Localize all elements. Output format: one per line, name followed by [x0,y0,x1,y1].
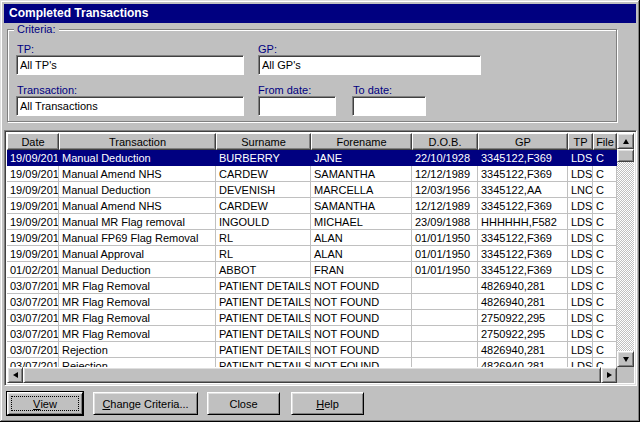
tp-input[interactable] [16,55,244,75]
column-header-date[interactable]: Date [7,133,59,150]
table-cell[interactable]: 4826940,281 [478,278,568,294]
table-cell[interactable]: Manual MR Flag removal [59,214,216,230]
table-cell[interactable]: ABBOT [216,262,311,278]
table-cell[interactable]: C [593,246,617,262]
table-cell[interactable]: PATIENT DETAILS [216,310,311,326]
horizontal-scrollbar[interactable] [7,367,617,383]
table-row[interactable]: 03/07/2017MR Flag RemovalPATIENT DETAILS… [7,294,617,310]
table-cell[interactable]: PATIENT DETAILS [216,342,311,358]
table-cell[interactable]: PATIENT DETAILS [216,294,311,310]
table-cell[interactable]: Manual Deduction [59,150,216,166]
column-header-transaction[interactable]: Transaction [59,133,216,150]
table-cell[interactable]: 19/09/2017 [7,150,59,166]
table-cell[interactable]: Manual Approval [59,246,216,262]
vertical-scrollbar[interactable] [617,133,634,367]
table-row[interactable]: 03/07/2017RejectionPATIENT DETAILSNOT FO… [7,342,617,358]
table-cell[interactable]: LNC [568,182,593,198]
table-cell[interactable]: C [593,182,617,198]
table-cell[interactable]: NOT FOUND [311,358,412,367]
table-cell[interactable]: 03/07/2017 [7,294,59,310]
table-cell[interactable]: LDS [568,310,593,326]
column-header-gp[interactable]: GP [478,133,568,150]
title-bar[interactable]: Completed Transactions [4,4,636,23]
table-cell[interactable]: HHHHHH,F582 [478,214,568,230]
view-button[interactable]: View [7,392,83,415]
table-cell[interactable] [412,358,478,367]
table-row[interactable]: 03/07/2017RejectionPATIENT DETAILSNOT FO… [7,358,617,367]
table-cell[interactable]: 2750922,295 [478,326,568,342]
table-cell[interactable]: CARDEW [216,166,311,182]
table-cell[interactable]: MR Flag Removal [59,278,216,294]
table-cell[interactable]: LDS [568,246,593,262]
column-header-surname[interactable]: Surname [216,133,311,150]
table-cell[interactable]: 3345122,F369 [478,166,568,182]
table-cell[interactable]: MICHAEL [311,214,412,230]
table-cell[interactable]: LDS [568,326,593,342]
table-cell[interactable]: 3345122,F369 [478,150,568,166]
table-cell[interactable]: C [593,262,617,278]
table-cell[interactable]: LDS [568,166,593,182]
table-cell[interactable]: FRAN [311,262,412,278]
table-cell[interactable]: BURBERRY [216,150,311,166]
table-row[interactable]: 19/09/2017Manual Amend NHSCARDEWSAMANTHA… [7,198,617,214]
column-header-forename[interactable]: Forename [311,133,412,150]
table-cell[interactable]: LDS [568,150,593,166]
table-row[interactable]: 03/07/2017MR Flag RemovalPATIENT DETAILS… [7,278,617,294]
table-cell[interactable]: C [593,342,617,358]
vertical-scrollbar-thumb[interactable] [617,149,634,162]
table-cell[interactable]: NOT FOUND [311,326,412,342]
table-cell[interactable]: CARDEW [216,198,311,214]
to-date-input[interactable] [352,96,426,116]
table-cell[interactable]: 4826940,281 [478,294,568,310]
table-cell[interactable]: 03/07/2017 [7,342,59,358]
table-cell[interactable] [412,326,478,342]
table-cell[interactable]: 3345122,AA [478,182,568,198]
table-row[interactable]: 19/09/2017Manual Amend NHSCARDEWSAMANTHA… [7,166,617,182]
table-cell[interactable]: NOT FOUND [311,342,412,358]
table-cell[interactable]: LDS [568,230,593,246]
table-cell[interactable]: 12/12/1989 [412,198,478,214]
from-date-input[interactable] [258,96,336,116]
close-button[interactable]: Close [207,392,280,415]
table-cell[interactable]: LDS [568,198,593,214]
table-cell[interactable]: 23/09/1988 [412,214,478,230]
table-cell[interactable]: 12/03/1956 [412,182,478,198]
table-row[interactable]: 01/02/2017Manual DeductionABBOTFRAN01/01… [7,262,617,278]
table-cell[interactable]: 01/01/1950 [412,230,478,246]
table-cell[interactable]: 4826940,281 [478,358,568,367]
table-row[interactable]: 19/09/2017Manual MR Flag removalINGOULDM… [7,214,617,230]
table-cell[interactable]: LDS [568,278,593,294]
scroll-down-button[interactable] [617,351,634,367]
table-cell[interactable]: 01/01/1950 [412,262,478,278]
table-cell[interactable]: C [593,278,617,294]
table-cell[interactable]: DEVENISH [216,182,311,198]
table-cell[interactable]: C [593,326,617,342]
table-cell[interactable]: PATIENT DETAILS [216,278,311,294]
table-cell[interactable]: 3345122,F369 [478,198,568,214]
table-cell[interactable]: MR Flag Removal [59,326,216,342]
table-cell[interactable]: LDS [568,358,593,367]
table-cell[interactable]: SAMANTHA [311,166,412,182]
table-cell[interactable]: LDS [568,214,593,230]
table-cell[interactable]: LDS [568,342,593,358]
table-cell[interactable]: INGOULD [216,214,311,230]
table-cell[interactable] [412,310,478,326]
table-cell[interactable]: 03/07/2017 [7,310,59,326]
column-header-tp[interactable]: TP [568,133,593,150]
table-cell[interactable]: 19/09/2017 [7,246,59,262]
table-cell[interactable]: Rejection [59,358,216,367]
table-cell[interactable] [412,294,478,310]
table-cell[interactable]: 01/01/1950 [412,246,478,262]
table-cell[interactable]: Manual Amend NHS [59,198,216,214]
table-cell[interactable]: 2750922,295 [478,310,568,326]
table-cell[interactable]: JANE [311,150,412,166]
table-cell[interactable]: SAMANTHA [311,198,412,214]
horizontal-scrollbar-thumb[interactable] [23,367,601,383]
table-cell[interactable]: MARCELLA [311,182,412,198]
table-cell[interactable]: 3345122,F369 [478,262,568,278]
table-cell[interactable]: 19/09/2017 [7,214,59,230]
table-cell[interactable]: Rejection [59,342,216,358]
table-cell[interactable]: RL [216,246,311,262]
table-row[interactable]: 19/09/2017Manual FP69 Flag RemovalRLALAN… [7,230,617,246]
table-cell[interactable]: Manual Deduction [59,182,216,198]
